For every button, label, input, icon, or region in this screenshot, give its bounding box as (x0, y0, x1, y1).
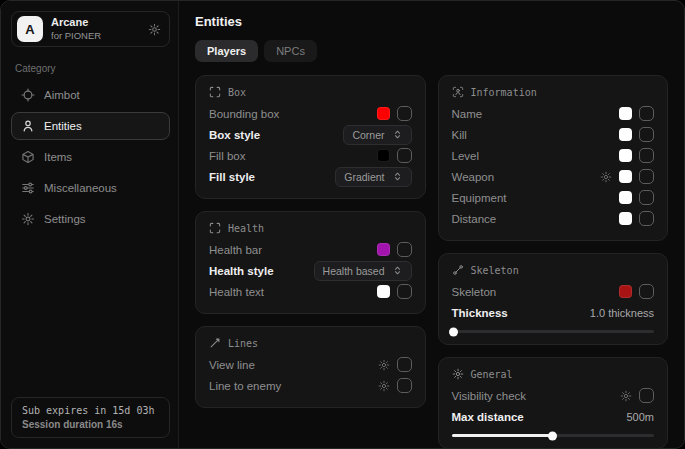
session-duration-text: Session duration 16s (22, 419, 159, 430)
sidebar-item-label: Items (44, 151, 72, 163)
gear-icon[interactable] (148, 23, 161, 36)
option-label: Thickness (452, 307, 508, 319)
health-style-dropdown[interactable]: Health based (314, 261, 412, 281)
person-icon (21, 119, 35, 133)
sidebar-item-label: Aimbot (44, 89, 80, 101)
option-row-level: Level (452, 145, 655, 166)
color-swatch[interactable] (619, 191, 632, 204)
slider-thumb[interactable] (449, 327, 458, 336)
color-swatch[interactable] (377, 149, 390, 162)
scan-person-icon (452, 86, 464, 98)
box-style-dropdown[interactable]: Corner (343, 125, 411, 145)
slider-thumb[interactable] (548, 431, 557, 440)
corner-brackets-icon (209, 222, 221, 234)
option-label: Health bar (209, 244, 262, 256)
option-row-fill-style: Fill style Gradient (209, 166, 412, 187)
option-row-bounding-box: Bounding box (209, 103, 412, 124)
option-label: Health text (209, 286, 264, 298)
sidebar-item-aimbot[interactable]: Aimbot (11, 81, 170, 109)
tab-players[interactable]: Players (195, 40, 258, 62)
dropdown-value: Corner (352, 129, 384, 141)
option-label: Line to enemy (209, 380, 281, 392)
checkbox[interactable] (397, 106, 412, 121)
checkbox[interactable] (639, 169, 654, 184)
dropdown-value: Health based (323, 265, 385, 277)
gear-icon[interactable] (378, 380, 390, 392)
lines-section-card: Lines View line Line to enemy (195, 326, 426, 408)
tab-npcs[interactable]: NPCs (264, 40, 317, 62)
checkbox[interactable] (639, 211, 654, 226)
chevrons-up-down-icon (392, 171, 403, 182)
color-swatch[interactable] (377, 107, 390, 120)
option-row-visibility-check: Visibility check (452, 385, 655, 406)
gear-icon[interactable] (620, 390, 632, 402)
lines-section-header: Lines (209, 337, 412, 349)
checkbox[interactable] (397, 242, 412, 257)
category-label: Category (15, 63, 166, 74)
option-row-line-to-enemy: Line to enemy (209, 375, 412, 396)
subscription-status-card: Sub expires in 15d 03h Session duration … (11, 397, 170, 438)
checkbox[interactable] (639, 148, 654, 163)
option-label: View line (209, 359, 255, 371)
section-title: Health (228, 223, 264, 234)
max-distance-slider[interactable] (452, 434, 655, 437)
checkbox[interactable] (639, 106, 654, 121)
checkbox[interactable] (397, 284, 412, 299)
main-panel: Entities Players NPCs Box Bounding box (179, 1, 684, 448)
color-swatch[interactable] (377, 285, 390, 298)
color-swatch[interactable] (619, 212, 632, 225)
section-title: Lines (228, 338, 258, 349)
color-swatch[interactable] (619, 285, 632, 298)
sidebar-item-miscellaneous[interactable]: Miscellaneous (11, 174, 170, 202)
thickness-slider[interactable] (452, 330, 655, 333)
dropdown-value: Gradient (344, 171, 384, 183)
section-title: Skeleton (471, 265, 519, 276)
fill-style-dropdown[interactable]: Gradient (335, 167, 411, 187)
option-label: Fill box (209, 150, 245, 162)
cube-icon (21, 150, 35, 164)
sidebar-item-items[interactable]: Items (11, 143, 170, 171)
gear-icon[interactable] (600, 171, 612, 183)
checkbox[interactable] (397, 357, 412, 372)
color-swatch[interactable] (377, 243, 390, 256)
chevrons-up-down-icon (392, 129, 403, 140)
brand-subtitle: for PIONER (51, 30, 101, 42)
sidebar-item-label: Miscellaneous (44, 182, 117, 194)
checkbox[interactable] (639, 284, 654, 299)
option-row-kill: Kill (452, 124, 655, 145)
chevrons-up-down-icon (392, 265, 403, 276)
general-section-card: General Visibility check Max distance 50… (438, 357, 669, 448)
sidebar-item-settings[interactable]: Settings (11, 205, 170, 233)
section-title: General (471, 369, 513, 380)
crosshair-icon (21, 88, 35, 102)
option-row-fill-box: Fill box (209, 145, 412, 166)
slider-value: 500m (626, 411, 654, 423)
option-label: Weapon (452, 171, 495, 183)
option-label: Skeleton (452, 286, 497, 298)
checkbox[interactable] (639, 127, 654, 142)
section-title: Box (228, 87, 246, 98)
checkbox[interactable] (639, 190, 654, 205)
box-section-card: Box Bounding box Box style Corner (195, 75, 426, 199)
color-swatch[interactable] (619, 107, 632, 120)
option-row-skeleton: Skeleton (452, 281, 655, 302)
section-title: Information (471, 87, 537, 98)
checkbox[interactable] (397, 378, 412, 393)
color-swatch[interactable] (619, 149, 632, 162)
sidebar-item-entities[interactable]: Entities (11, 112, 170, 140)
information-section-card: Information Name Kill (438, 75, 669, 241)
skeleton-section-card: Skeleton Skeleton Thickness 1.0 thicknes… (438, 253, 669, 345)
information-section-header: Information (452, 86, 655, 98)
color-swatch[interactable] (619, 128, 632, 141)
option-row-equipment: Equipment (452, 187, 655, 208)
checkbox[interactable] (639, 388, 654, 403)
sidebar: A Arcane for PIONER Category Aimbot Enti… (1, 1, 179, 448)
option-label: Fill style (209, 171, 255, 183)
color-swatch[interactable] (619, 170, 632, 183)
gear-icon[interactable] (378, 359, 390, 371)
skeleton-section-header: Skeleton (452, 264, 655, 276)
option-label: Equipment (452, 192, 507, 204)
option-row-box-style: Box style Corner (209, 124, 412, 145)
page-title: Entities (195, 14, 668, 29)
checkbox[interactable] (397, 148, 412, 163)
